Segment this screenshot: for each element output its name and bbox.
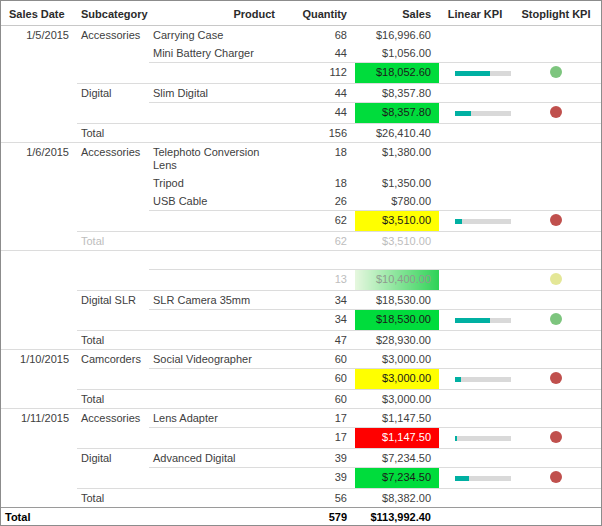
quantity-cell: 62 (283, 211, 355, 232)
product-cell: Slim Digital (149, 84, 283, 103)
quantity-cell: 60 (283, 369, 355, 390)
detail-row: DigitalSlim Digital44$8,357.80 (1, 84, 601, 103)
linear-kpi-cell (439, 489, 511, 508)
quantity-cell: 44 (283, 44, 355, 63)
product-cell: Carrying Case (149, 26, 283, 45)
subcategory-cell (77, 310, 149, 331)
subtotal-row: 112$18,052.60 (1, 63, 601, 84)
header-sales-date: Sales Date (1, 1, 77, 26)
header-subcategory: Subcategory (77, 1, 149, 26)
linear-kpi-cell (439, 211, 511, 232)
quantity-cell: 68 (283, 26, 355, 45)
linear-kpi-cell (439, 192, 511, 211)
sales-cell: $113,992.40 (355, 508, 439, 526)
product-cell (149, 63, 283, 84)
subcategory-cell (77, 270, 149, 291)
sales-date-cell: 1/5/2015 (1, 26, 77, 45)
stoplight-kpi-cell (511, 26, 601, 45)
subcategory-cell: Accessories (77, 409, 149, 428)
sales-date-cell (1, 428, 77, 449)
detail-row: 1/5/2015AccessoriesCarrying Case68$16,99… (1, 26, 601, 45)
total-row: Total60$3,000.00 (1, 390, 601, 409)
subcategory-cell: Digital SLR (77, 291, 149, 310)
linear-kpi-cell (439, 270, 511, 291)
total-row: Total47$28,930.00 (1, 331, 601, 350)
quantity-cell: 579 (283, 508, 355, 526)
linear-kpi-bar (455, 111, 511, 116)
linear-kpi-cell (439, 291, 511, 310)
header-quantity: Quantity (283, 1, 355, 26)
sales-date-cell (1, 291, 77, 310)
spacer-cell (439, 251, 511, 270)
product-cell (149, 428, 283, 449)
grand-total-row: Total579$113,992.40 (1, 508, 601, 526)
detail-row: 1/6/2015AccessoriesTelephoto Conversion … (1, 143, 601, 175)
linear-kpi-cell (439, 409, 511, 428)
stoplight-kpi-cell (511, 63, 601, 84)
subcategory-cell (77, 192, 149, 211)
spacer-row (1, 251, 601, 270)
sales-date-cell (1, 310, 77, 331)
product-cell (149, 390, 283, 409)
stoplight-kpi-cell (511, 449, 601, 468)
linear-kpi-cell (439, 428, 511, 449)
subcategory-cell (77, 211, 149, 232)
stoplight-indicator (550, 106, 562, 118)
stoplight-kpi-cell (511, 350, 601, 369)
subcategory-cell: Camcorders (77, 350, 149, 369)
quantity-cell: 18 (283, 143, 355, 175)
linear-kpi-bar (455, 436, 511, 441)
sales-cell: $7,234.50 (355, 449, 439, 468)
linear-kpi-cell (439, 44, 511, 63)
subtotal-row: 17$1,147.50 (1, 428, 601, 449)
subcategory-cell: Accessories (77, 26, 149, 45)
linear-kpi-fill (455, 436, 457, 441)
sales-date-cell: 1/11/2015 (1, 409, 77, 428)
sales-date-cell (1, 390, 77, 409)
product-cell: Social Videographer (149, 350, 283, 369)
quantity-cell: 112 (283, 63, 355, 84)
quantity-cell: 26 (283, 192, 355, 211)
header-linear-kpi: Linear KPI (439, 1, 511, 26)
sales-cell: $1,380.00 (355, 143, 439, 175)
subcategory-cell (77, 44, 149, 63)
linear-kpi-cell (439, 508, 511, 526)
linear-kpi-fill (455, 318, 490, 323)
sales-cell: $18,530.00 (355, 310, 439, 331)
spacer-cell (283, 251, 355, 270)
sales-date-cell (1, 63, 77, 84)
sales-kpi-table: Sales Date Subcategory Product Quantity … (1, 1, 601, 526)
product-cell (149, 124, 283, 143)
stoplight-kpi-cell (511, 310, 601, 331)
product-cell (149, 489, 283, 508)
stoplight-kpi-cell (511, 468, 601, 489)
total-row: Total62$3,510.00 (1, 232, 601, 251)
total-row: Total56$8,382.00 (1, 489, 601, 508)
product-cell: Advanced Digital (149, 449, 283, 468)
sales-cell: $3,510.00 (355, 232, 439, 251)
detail-row: 1/11/2015AccessoriesLens Adapter17$1,147… (1, 409, 601, 428)
sales-date-cell (1, 270, 77, 291)
subcategory-cell (77, 63, 149, 84)
sales-date-cell (1, 489, 77, 508)
product-cell (149, 211, 283, 232)
spacer-cell (77, 251, 149, 270)
sales-date-cell (1, 174, 77, 192)
product-cell (149, 232, 283, 251)
quantity-cell: 60 (283, 350, 355, 369)
linear-kpi-bar (455, 377, 511, 382)
stoplight-kpi-cell (511, 211, 601, 232)
quantity-cell: 34 (283, 310, 355, 331)
stoplight-kpi-cell (511, 291, 601, 310)
quantity-cell: 17 (283, 428, 355, 449)
spacer-cell (149, 251, 283, 270)
stoplight-kpi-cell (511, 174, 601, 192)
header-row: Sales Date Subcategory Product Quantity … (1, 1, 601, 26)
product-cell (149, 508, 283, 526)
subtotal-row: 60$3,000.00 (1, 369, 601, 390)
sales-cell: $8,357.80 (355, 84, 439, 103)
header-sales: Sales (355, 1, 439, 26)
product-cell (149, 369, 283, 390)
product-cell: SLR Camera 35mm (149, 291, 283, 310)
stoplight-kpi-cell (511, 103, 601, 124)
